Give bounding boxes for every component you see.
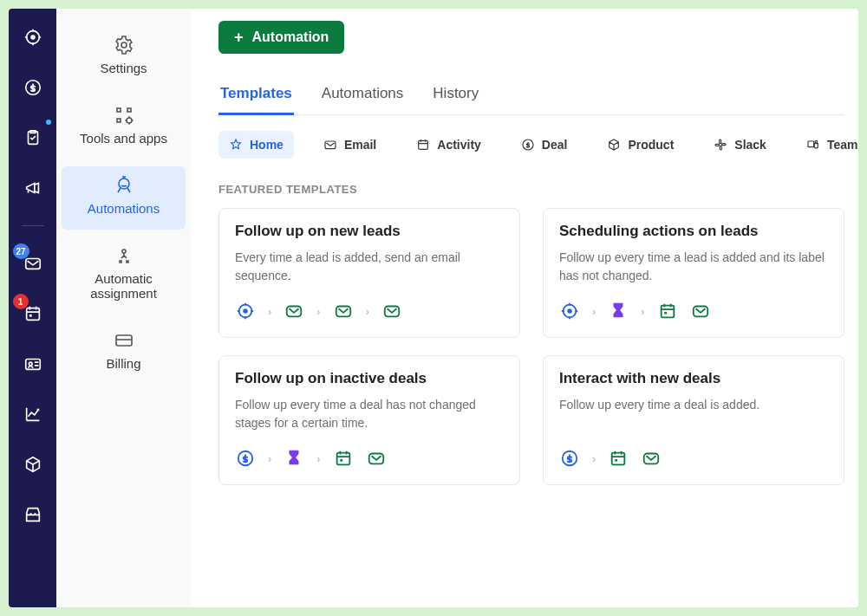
svg-rect-31 xyxy=(287,307,302,317)
flow-row: › › xyxy=(559,301,828,321)
filter-home[interactable]: Home xyxy=(218,131,294,159)
svg-rect-4 xyxy=(25,259,40,269)
hourglass-icon xyxy=(284,448,304,469)
template-card[interactable]: Follow up on inactive deals Follow up ev… xyxy=(218,355,520,485)
sidebar-item-settings[interactable]: Settings xyxy=(56,26,191,89)
flow-row: › › › xyxy=(235,301,504,321)
svg-rect-42 xyxy=(368,454,383,464)
sidebar-item-billing[interactable]: Billing xyxy=(56,321,191,385)
rail-campaigns[interactable] xyxy=(20,175,46,201)
sidebar-label: Settings xyxy=(100,61,147,75)
svg-rect-5 xyxy=(26,308,39,321)
dollar-circle-icon xyxy=(235,448,256,469)
template-card[interactable]: Scheduling actions on leads Follow up ev… xyxy=(543,208,844,338)
calendar-icon xyxy=(608,448,629,469)
chevron-right-icon: › xyxy=(641,305,644,318)
template-filters: Home Email Activity Deal Product Slack xyxy=(218,131,844,159)
calendar-icon xyxy=(333,448,354,469)
template-card-desc: Follow up every time a deal is added. xyxy=(559,396,828,432)
calendar-icon xyxy=(657,301,678,321)
target-icon xyxy=(23,28,42,47)
template-card-title: Follow up on new leads xyxy=(235,223,504,240)
rail-insights[interactable] xyxy=(20,401,46,427)
svg-point-9 xyxy=(121,42,127,48)
rail-leads[interactable] xyxy=(20,24,46,50)
add-automation-button[interactable]: + Automation xyxy=(218,21,344,54)
nav-rail: 27 1 xyxy=(9,9,56,607)
svg-rect-33 xyxy=(385,307,400,317)
svg-rect-37 xyxy=(664,312,667,314)
filter-slack[interactable]: Slack xyxy=(703,131,777,159)
svg-rect-21 xyxy=(722,144,727,146)
target-icon xyxy=(559,301,580,321)
svg-rect-20 xyxy=(720,139,721,144)
clipboard-check-icon xyxy=(23,128,42,147)
rail-calendar[interactable]: 1 xyxy=(20,301,46,327)
template-card[interactable]: Interact with new deals Follow up every … xyxy=(543,355,844,485)
svg-point-25 xyxy=(815,140,818,143)
svg-point-8 xyxy=(29,362,32,366)
svg-point-14 xyxy=(119,178,129,189)
teams-icon xyxy=(806,138,820,152)
mail-icon xyxy=(333,301,354,321)
svg-point-1 xyxy=(30,35,36,40)
template-card-desc: Follow up every time a lead is added and… xyxy=(559,249,828,285)
svg-rect-11 xyxy=(127,108,131,112)
id-card-icon xyxy=(23,354,42,373)
tab-templates[interactable]: Templates xyxy=(218,78,294,115)
notify-dot xyxy=(46,120,51,125)
svg-rect-45 xyxy=(616,459,618,462)
dollar-circle-icon xyxy=(559,448,580,469)
filter-email[interactable]: Email xyxy=(313,131,387,159)
tab-history[interactable]: History xyxy=(431,78,480,114)
svg-rect-16 xyxy=(116,335,132,346)
svg-rect-41 xyxy=(340,459,342,462)
chevron-right-icon: › xyxy=(268,305,271,318)
rail-marketplace[interactable] xyxy=(20,502,46,528)
sidebar-item-automations[interactable]: Automations xyxy=(62,166,186,230)
dollar-circle-icon xyxy=(521,138,535,152)
chevron-right-icon: › xyxy=(366,305,369,318)
insights-icon xyxy=(23,405,42,424)
rail-products[interactable] xyxy=(20,451,46,477)
svg-point-35 xyxy=(567,308,572,314)
filter-deal[interactable]: Deal xyxy=(511,131,578,159)
sidebar-label: Billing xyxy=(106,356,140,371)
star-icon xyxy=(229,138,243,152)
sidebar-item-tools[interactable]: Tools and apps xyxy=(56,96,191,159)
chevron-right-icon: › xyxy=(592,452,596,465)
svg-rect-32 xyxy=(336,307,350,317)
rail-separator xyxy=(22,225,44,226)
filter-activity[interactable]: Activity xyxy=(406,131,492,159)
chevron-right-icon: › xyxy=(592,305,596,318)
svg-rect-6 xyxy=(29,314,31,317)
svg-point-15 xyxy=(122,250,126,253)
filter-product[interactable]: Product xyxy=(596,131,684,159)
svg-point-30 xyxy=(243,308,248,314)
hourglass-icon xyxy=(608,301,629,321)
template-card[interactable]: Follow up on new leads Every time a lead… xyxy=(218,208,520,338)
rail-contacts[interactable] xyxy=(20,351,46,377)
mail-icon xyxy=(366,448,387,469)
rail-inbox[interactable]: 27 xyxy=(20,250,46,276)
sidebar-label: Automatic assignment xyxy=(60,271,187,301)
button-label: Automation xyxy=(252,29,329,45)
template-cards-grid: Follow up on new leads Every time a lead… xyxy=(218,208,844,485)
rail-deals[interactable] xyxy=(20,75,46,101)
template-card-title: Interact with new deals xyxy=(559,370,828,387)
calendar-icon xyxy=(416,138,430,152)
mail-icon xyxy=(641,448,662,469)
filter-teams[interactable]: Teams xyxy=(796,131,858,159)
svg-rect-40 xyxy=(336,453,349,465)
sidebar-item-assignment[interactable]: Automatic assignment xyxy=(56,237,191,314)
mail-icon xyxy=(323,138,337,152)
main-content: + Automation Templates Automations Histo… xyxy=(191,9,858,607)
mail-icon xyxy=(690,301,711,321)
dollar-circle-icon xyxy=(23,78,42,97)
template-card-title: Follow up on inactive deals xyxy=(235,370,504,387)
tab-automations[interactable]: Automations xyxy=(320,78,406,114)
flow-row: › › xyxy=(235,448,504,469)
rail-tasks[interactable] xyxy=(20,125,46,151)
badge-inbox: 27 xyxy=(13,243,29,259)
svg-rect-12 xyxy=(117,119,121,122)
